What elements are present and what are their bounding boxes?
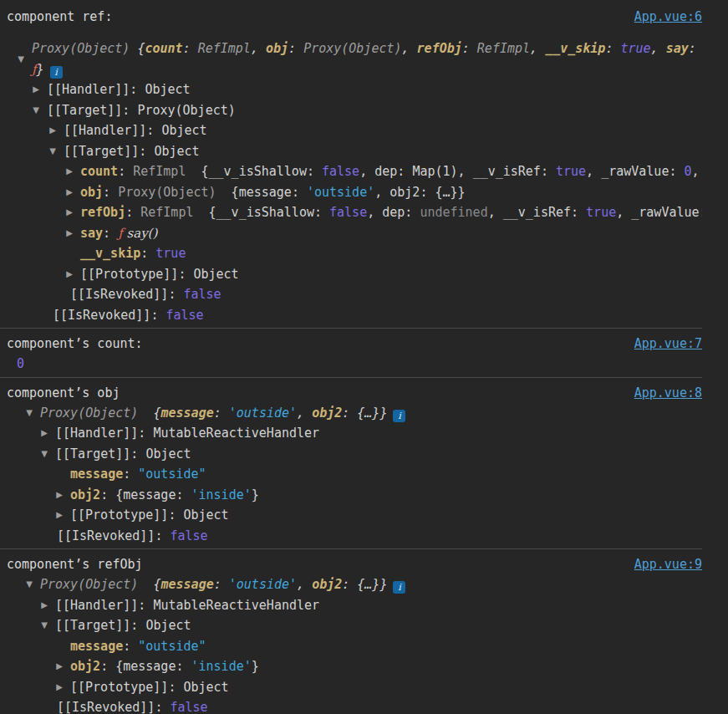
tree-row: ▶obj: Proxy(Object) {message: 'outside',… (0, 182, 702, 203)
tree-row: ▼Proxy(Object) {count: RefImpl, obj: Pro… (0, 38, 697, 79)
tree-row: [[IsRevoked]]: false (0, 305, 702, 326)
console-text: , (297, 405, 312, 421)
source-link[interactable]: App.vue:7 (634, 334, 702, 354)
source-link[interactable]: App.vue:9 (634, 554, 702, 574)
console-text: : (146, 123, 161, 138)
collapse-arrow-icon[interactable]: ▼ (37, 444, 52, 465)
property-key: obj2 (70, 659, 100, 674)
console-text: : (123, 467, 138, 482)
expand-arrow-icon[interactable]: ▶ (52, 485, 67, 506)
property-key: obj (80, 185, 103, 200)
console-text: : (168, 287, 183, 302)
tree-row: __v_skip: true (0, 243, 702, 264)
console-text: Object (145, 446, 191, 462)
collapse-arrow-icon[interactable]: ▼ (28, 100, 43, 121)
console-text: } (37, 62, 44, 77)
tree-row: ▶[[Prototype]]: Object (0, 677, 702, 698)
console-text: {…} (435, 185, 457, 200)
number-value: false (322, 164, 359, 179)
console-text: : (130, 618, 145, 633)
tree-row: message: "outside" (0, 636, 702, 657)
console-text: Object (193, 267, 238, 282)
console-text: : (689, 41, 696, 56)
collapse-arrow-icon[interactable]: ▼ (13, 49, 28, 70)
property-key: obj (266, 41, 288, 56)
collapse-arrow-icon[interactable]: ▼ (22, 574, 37, 595)
expand-arrow-icon[interactable]: ▶ (62, 202, 77, 223)
console-text: [[IsRevoked]] (70, 287, 168, 302)
console-text: __v_isRef (503, 205, 571, 220)
number-value: 0 (685, 164, 692, 179)
expand-arrow-icon[interactable]: ▶ (62, 264, 77, 285)
tree-row: ▶obj2: {message: 'inside'} (0, 656, 702, 677)
tree-row: ▶[[Handler]]: MutableReactiveHandler (0, 595, 702, 616)
expand-arrow-icon[interactable]: ▶ (62, 161, 77, 182)
console-text: : (118, 164, 133, 179)
string-value: "outside" (138, 639, 206, 654)
expand-arrow-icon[interactable]: ▶ (52, 505, 67, 526)
console-text: [[Prototype]] (70, 680, 168, 695)
expand-arrow-icon[interactable]: ▶ (52, 656, 67, 677)
console-text: : (138, 426, 153, 441)
console-text: { (216, 185, 239, 200)
expand-arrow-icon[interactable]: ▶ (62, 182, 77, 203)
property-key: message (161, 405, 214, 421)
console-text: obj2 (389, 185, 420, 200)
console-text: message (123, 659, 176, 674)
property-key: obj2 (70, 487, 100, 502)
console-text: [[Target]] (55, 446, 130, 462)
source-link[interactable]: App.vue:8 (634, 383, 702, 403)
console-text: : (307, 164, 322, 179)
object-tree: ▼Proxy(Object) {count: RefImpl, obj: Pro… (0, 38, 702, 325)
expand-arrow-icon[interactable]: ▶ (37, 595, 52, 616)
console-text: [[Target]] (55, 618, 130, 633)
console-text: { (130, 41, 145, 56)
source-link[interactable]: App.vue:6 (634, 7, 702, 27)
console-text: : (103, 185, 118, 200)
expand-arrow-icon[interactable]: ▶ (62, 223, 77, 244)
string-value: "outside" (138, 467, 206, 482)
console-text: } (252, 659, 259, 674)
property-key: say (666, 41, 689, 56)
expand-arrow-icon[interactable]: ▶ (45, 120, 60, 141)
console-text: [[Handler]] (64, 123, 146, 138)
collapse-arrow-icon[interactable]: ▼ (22, 403, 37, 424)
console-text: { (138, 577, 160, 592)
info-icon: i (393, 410, 405, 422)
console-text: : (168, 507, 183, 523)
log-message: component ref: (7, 7, 112, 27)
console-text: : (176, 487, 191, 502)
class-name: RefImpl (477, 41, 530, 56)
console-text: , (530, 41, 545, 56)
class-name: Proxy(Object) (40, 577, 138, 592)
tree-row: ▼Proxy(Object) {message: 'outside', obj2… (0, 403, 702, 424)
expand-arrow-icon[interactable]: ▶ (28, 79, 43, 100)
tree-row: ▶[[Handler]]: Object (0, 79, 702, 100)
console-text: : (122, 103, 137, 118)
console-text: Object (145, 82, 190, 97)
property-key: say (80, 226, 103, 241)
console-text: : (288, 41, 303, 56)
log-header: component ref: App.vue:6 (0, 7, 702, 27)
console-text: Object (183, 680, 228, 695)
log-message: component’s count: (7, 334, 143, 354)
console-text: : (420, 185, 435, 200)
tree-row: message: "outside" (0, 464, 702, 485)
expand-arrow-icon[interactable]: ▶ (37, 423, 52, 444)
console-text: [[Handler]] (55, 426, 138, 441)
console-text: } (252, 487, 259, 502)
console-text: __v_isShallow (209, 164, 307, 179)
number-value: false (165, 308, 203, 323)
tree-row: ▼[[Target]]: Object (0, 444, 702, 465)
console-text: : (139, 144, 154, 159)
string-value: 'inside' (191, 659, 252, 674)
property-key: __v_skip (545, 41, 605, 56)
class-name: Proxy(Object) (118, 185, 216, 200)
console-text: : (541, 164, 556, 179)
console-text: MutableReactiveHandler (153, 426, 319, 441)
collapse-arrow-icon[interactable]: ▼ (37, 615, 52, 636)
collapse-arrow-icon[interactable]: ▼ (45, 141, 60, 162)
expand-arrow-icon[interactable]: ▶ (52, 677, 67, 698)
console-text: } (379, 577, 387, 592)
property-key: __v_skip (80, 246, 140, 261)
